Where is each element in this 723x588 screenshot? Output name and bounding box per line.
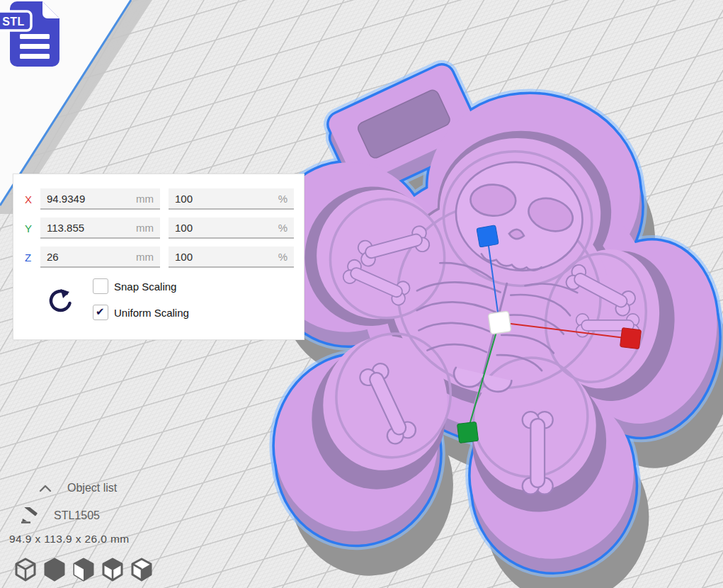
- reset-icon: [46, 286, 76, 316]
- document-fold: [42, 1, 59, 18]
- uniform-scaling-label: Uniform Scaling: [114, 307, 189, 319]
- scale-handle-center[interactable]: [488, 311, 511, 334]
- object-dimensions: 94.9 x 113.9 x 26.0 mm: [9, 533, 130, 545]
- object-list-toggle[interactable]: Object list: [39, 482, 117, 494]
- scale-row-x: X mm %: [25, 188, 294, 210]
- scale-row-z: Z mm %: [25, 247, 294, 268]
- stl-label: STL: [2, 16, 25, 28]
- scale-z-percent-input[interactable]: [169, 247, 294, 268]
- object-list-item[interactable]: STL1505: [20, 507, 100, 524]
- slicer-viewport: STL X mm % Y mm % Z mm %: [0, 0, 723, 588]
- snap-scaling-row: Snap Scaling: [93, 278, 176, 295]
- stl-file-badge: STL: [0, 0, 68, 74]
- snap-scaling-checkbox[interactable]: [93, 278, 108, 294]
- scale-z-mm-input[interactable]: [40, 247, 160, 268]
- view-left-icon[interactable]: [101, 557, 124, 582]
- scale-tool-panel: X mm % Y mm % Z mm %: [13, 174, 304, 340]
- view-front-icon[interactable]: [72, 557, 95, 582]
- view-solid-icon[interactable]: [43, 557, 66, 582]
- chevron-up-icon: [39, 484, 52, 492]
- reset-scale-button[interactable]: [46, 286, 76, 316]
- view-orientation-toolbar: [14, 557, 153, 582]
- uniform-scaling-checkbox[interactable]: [93, 305, 108, 320]
- axis-z-label: Z: [25, 251, 40, 264]
- scale-row-y: Y mm %: [25, 217, 294, 239]
- rename-pencil-icon: [20, 507, 41, 524]
- scale-x-mm-input[interactable]: [40, 188, 160, 210]
- scale-handle-z[interactable]: [477, 225, 499, 247]
- scale-y-mm-input[interactable]: [40, 217, 160, 239]
- scale-handle-x[interactable]: [620, 328, 642, 349]
- scale-x-percent-input[interactable]: [169, 188, 294, 210]
- object-name: STL1505: [54, 509, 100, 522]
- axis-y-label: Y: [25, 222, 40, 234]
- scale-handle-y[interactable]: [457, 422, 479, 443]
- uniform-scaling-row: Uniform Scaling: [93, 304, 189, 321]
- view-top-icon[interactable]: [130, 557, 153, 582]
- skull-eye-left: [470, 183, 516, 216]
- axis-x-label: X: [25, 193, 40, 205]
- snap-scaling-label: Snap Scaling: [114, 281, 176, 293]
- scale-y-percent-input[interactable]: [169, 217, 294, 239]
- view-3d-wireframe-icon[interactable]: [14, 557, 37, 582]
- object-list-title: Object list: [67, 482, 117, 494]
